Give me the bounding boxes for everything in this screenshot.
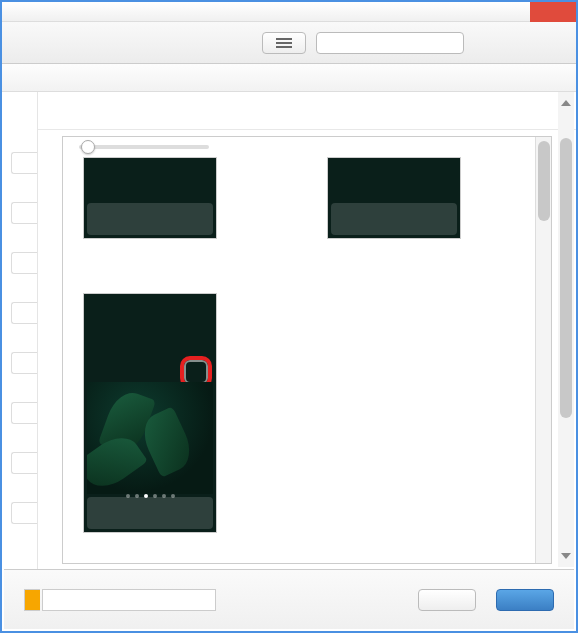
sidebar-slot[interactable] (11, 252, 37, 274)
phone-preview (83, 157, 217, 239)
dock (87, 497, 213, 529)
app-icon[interactable] (152, 163, 178, 189)
app-icon[interactable] (120, 357, 146, 383)
app-row (87, 161, 213, 191)
app-icon[interactable] (365, 163, 391, 189)
app-icon[interactable] (89, 299, 115, 325)
dock-app-phone[interactable] (90, 206, 116, 232)
dock-app-chrome[interactable] (153, 500, 179, 526)
app-icon[interactable] (120, 299, 146, 325)
app-icon[interactable] (152, 299, 178, 325)
app-icon[interactable] (121, 163, 147, 189)
wallpaper (87, 382, 213, 494)
search-field[interactable] (316, 32, 464, 54)
zoom-control-row (63, 137, 551, 157)
sidebar-slot[interactable] (11, 202, 37, 224)
window-minimize-button[interactable] (484, 2, 530, 22)
sidebar-slot[interactable] (11, 402, 37, 424)
dock-app-music[interactable] (184, 500, 210, 526)
list-icon (276, 38, 292, 48)
zoom-slider-thumb[interactable] (81, 140, 95, 154)
home-screen-page-2[interactable] (327, 157, 461, 243)
inner-scrollbar[interactable] (535, 137, 551, 563)
search-input[interactable] (331, 37, 469, 49)
app-icon[interactable] (89, 357, 115, 383)
toolbar (2, 22, 576, 64)
sidebar-slot[interactable] (11, 352, 37, 374)
app-icon[interactable] (89, 328, 115, 354)
app-row (331, 161, 457, 191)
dock-app-music[interactable] (184, 206, 210, 232)
app-icon[interactable] (428, 163, 454, 189)
storage-used-bar (24, 589, 40, 611)
app-icon[interactable] (184, 163, 210, 189)
scrollbar-thumb[interactable] (560, 138, 572, 418)
app-icon[interactable] (333, 163, 359, 189)
scroll-up-icon[interactable] (561, 96, 571, 106)
main-area (2, 92, 576, 570)
apply-button[interactable] (418, 589, 476, 611)
apps-count-header (38, 92, 576, 130)
zoom-slider[interactable] (79, 145, 209, 149)
window-titlebar (2, 2, 576, 22)
footer-bar (4, 569, 574, 629)
phone-preview (327, 157, 461, 239)
apple-logo-icon[interactable] (6, 25, 42, 61)
scroll-down-icon[interactable] (561, 553, 571, 563)
storage-indicator (24, 589, 216, 611)
phone-preview (83, 293, 217, 533)
sidebar-slot[interactable] (11, 452, 37, 474)
sidebar-slot[interactable] (11, 502, 37, 524)
list-view-button[interactable] (262, 32, 306, 54)
app-icon[interactable] (120, 328, 146, 354)
sidebar-slot[interactable] (11, 302, 37, 324)
dock-app-music[interactable] (428, 206, 454, 232)
dock-app-phone[interactable] (334, 206, 360, 232)
dock-app-messages[interactable] (121, 500, 147, 526)
tab-device[interactable] (6, 74, 30, 82)
scrollbar-thumb[interactable] (538, 141, 550, 221)
dock-app-messages[interactable] (121, 206, 147, 232)
sidebar-slot[interactable] (11, 152, 37, 174)
dock-app-messages[interactable] (365, 206, 391, 232)
app-icon[interactable] (89, 163, 115, 189)
pages-grid (63, 157, 551, 537)
done-button[interactable] (496, 589, 554, 611)
app-icon[interactable] (183, 328, 209, 354)
app-icon[interactable] (183, 299, 209, 325)
left-sidebar (2, 92, 38, 570)
dock (87, 203, 213, 235)
dock-app-chrome[interactable] (153, 206, 179, 232)
content-panel (38, 92, 576, 570)
home-screen-page-1[interactable] (83, 157, 217, 243)
dock-app-chrome[interactable] (397, 206, 423, 232)
app-icon[interactable] (152, 357, 178, 383)
tab-bar (2, 64, 576, 92)
storage-free-label (42, 589, 216, 611)
outer-scrollbar[interactable] (558, 92, 574, 567)
home-screen-pages-panel (62, 136, 552, 564)
app-icon[interactable] (152, 328, 178, 354)
home-screen-page-3[interactable] (83, 293, 217, 537)
dock (331, 203, 457, 235)
window-close-button[interactable] (530, 2, 576, 22)
dock-app-phone[interactable] (90, 500, 116, 526)
app-icon[interactable] (396, 163, 422, 189)
